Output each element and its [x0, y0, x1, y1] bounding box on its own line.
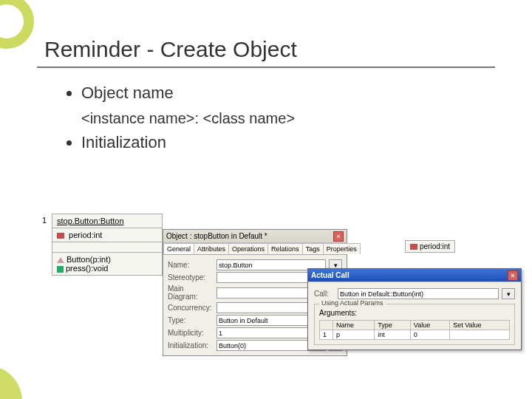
decorative-circle-bot — [0, 366, 22, 399]
col-name: Name — [333, 321, 375, 330]
args-label: Arguments: — [319, 309, 510, 317]
col-idx — [320, 321, 333, 330]
uml-operations: Button(p:int) press():void — [52, 253, 162, 275]
table-row: 1 p int 0 — [320, 330, 510, 340]
title-underline — [37, 66, 495, 68]
col-type: Type — [375, 321, 411, 330]
tab-general[interactable]: General — [163, 243, 194, 254]
col-setvalue: Set Value — [450, 321, 510, 330]
uml-op: press():void — [66, 264, 108, 273]
object-dialog-titlebar[interactable]: Object : stopButton in Default * × — [163, 230, 347, 243]
tab-operations[interactable]: Operations — [228, 243, 268, 254]
uml-header: stop.Button:Button — [52, 214, 162, 228]
tab-properties[interactable]: Properties — [323, 243, 361, 254]
maindiagram-label: Main Diagram: — [168, 284, 214, 301]
method-icon — [57, 266, 64, 273]
name-label: Name: — [168, 261, 214, 269]
bullet-list: Object name <instance name>: <class name… — [81, 83, 495, 153]
object-dialog-title: Object : stopButton in Default * — [166, 232, 267, 240]
multiplicity-label: Multiplicity: — [168, 329, 214, 337]
cell-value[interactable]: 0 — [410, 330, 449, 340]
period-text: period:int — [420, 242, 450, 250]
actual-call-dialog: Actual Call × Call: ▾ Using Actual Param… — [307, 268, 522, 350]
args-table: Name Type Value Set Value 1 p int 0 — [319, 320, 510, 340]
call-input[interactable] — [338, 288, 499, 299]
cell-type[interactable]: int — [375, 330, 411, 340]
dialog-tabs: General Attributes Operations Relations … — [163, 243, 347, 255]
actual-call-titlebar[interactable]: Actual Call × — [308, 269, 521, 282]
stereotype-label: Stereotype: — [168, 273, 214, 282]
bullet-item: Object name — [81, 83, 495, 104]
uml-object-name: stop.Button:Button — [57, 216, 124, 225]
close-icon[interactable]: × — [333, 231, 344, 242]
uml-index: 1 — [42, 216, 47, 225]
type-label: Type: — [168, 316, 214, 324]
cell-idx: 1 — [320, 330, 333, 340]
uml-op: Button(p:int) — [66, 255, 111, 264]
initialization-label: Initialization: — [168, 341, 214, 349]
tab-relations[interactable]: Relations — [267, 243, 303, 254]
constructor-icon — [57, 257, 64, 263]
uml-object-card: 1 stop.Button:Button period:int Button(p… — [52, 214, 163, 276]
call-label: Call: — [314, 290, 335, 298]
dropdown-icon[interactable]: ▾ — [502, 288, 515, 299]
concurrency-label: Concurrency: — [168, 304, 214, 312]
slide-title: Reminder - Create Object — [44, 37, 495, 62]
close-icon[interactable]: × — [508, 270, 518, 281]
tab-attributes[interactable]: Attributes — [194, 243, 229, 254]
uml-attributes: period:int — [52, 228, 162, 242]
cell-setvalue[interactable] — [450, 330, 510, 340]
col-value: Value — [410, 321, 449, 330]
bullet-item: Initialization — [81, 132, 495, 154]
bullet-item: <instance name>: <class name> — [81, 109, 495, 128]
tab-tags[interactable]: Tags — [302, 243, 324, 254]
uml-empty-section — [52, 242, 162, 253]
period-attribute-snippet: period:int — [405, 240, 455, 253]
attribute-icon — [57, 233, 64, 239]
attribute-icon — [410, 244, 417, 250]
uml-attr: period:int — [69, 231, 102, 239]
groupbox-legend: Using Actual Params — [319, 299, 386, 307]
params-groupbox: Using Actual Params Arguments: Name Type… — [314, 304, 515, 345]
cell-name[interactable]: p — [333, 330, 375, 340]
table-header-row: Name Type Value Set Value — [320, 321, 510, 330]
actual-call-title: Actual Call — [311, 271, 349, 279]
